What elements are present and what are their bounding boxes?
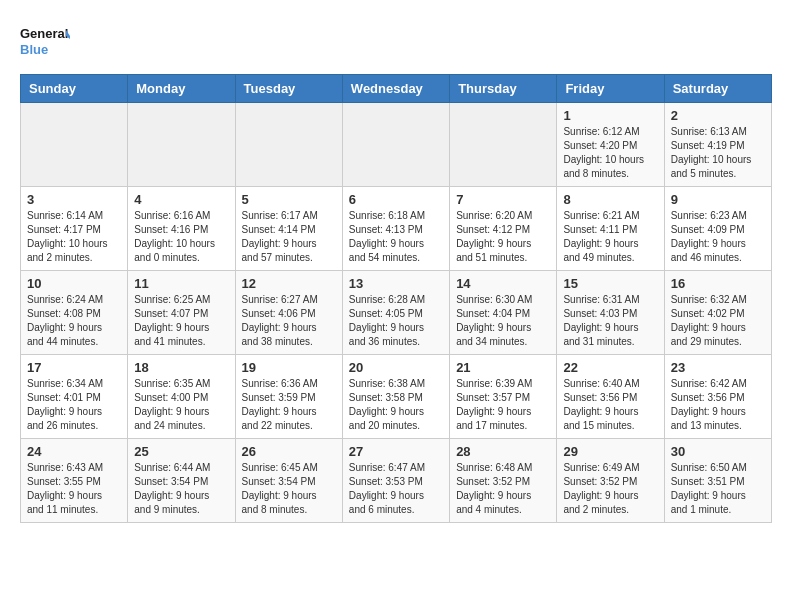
empty-cell	[128, 103, 235, 187]
day-info: Sunrise: 6:25 AMSunset: 4:07 PMDaylight:…	[134, 293, 228, 349]
day-info: Sunrise: 6:14 AMSunset: 4:17 PMDaylight:…	[27, 209, 121, 265]
day-number: 2	[671, 108, 765, 123]
day-cell-25: 25Sunrise: 6:44 AMSunset: 3:54 PMDayligh…	[128, 439, 235, 523]
weekday-header-tuesday: Tuesday	[235, 75, 342, 103]
day-cell-24: 24Sunrise: 6:43 AMSunset: 3:55 PMDayligh…	[21, 439, 128, 523]
empty-cell	[21, 103, 128, 187]
day-number: 10	[27, 276, 121, 291]
day-cell-17: 17Sunrise: 6:34 AMSunset: 4:01 PMDayligh…	[21, 355, 128, 439]
day-cell-19: 19Sunrise: 6:36 AMSunset: 3:59 PMDayligh…	[235, 355, 342, 439]
page-header: General Blue	[20, 20, 772, 64]
day-cell-3: 3Sunrise: 6:14 AMSunset: 4:17 PMDaylight…	[21, 187, 128, 271]
day-cell-27: 27Sunrise: 6:47 AMSunset: 3:53 PMDayligh…	[342, 439, 449, 523]
week-row-4: 17Sunrise: 6:34 AMSunset: 4:01 PMDayligh…	[21, 355, 772, 439]
day-number: 14	[456, 276, 550, 291]
day-cell-14: 14Sunrise: 6:30 AMSunset: 4:04 PMDayligh…	[450, 271, 557, 355]
day-cell-11: 11Sunrise: 6:25 AMSunset: 4:07 PMDayligh…	[128, 271, 235, 355]
weekday-header-wednesday: Wednesday	[342, 75, 449, 103]
day-number: 30	[671, 444, 765, 459]
day-cell-10: 10Sunrise: 6:24 AMSunset: 4:08 PMDayligh…	[21, 271, 128, 355]
day-info: Sunrise: 6:44 AMSunset: 3:54 PMDaylight:…	[134, 461, 228, 517]
day-cell-23: 23Sunrise: 6:42 AMSunset: 3:56 PMDayligh…	[664, 355, 771, 439]
day-number: 16	[671, 276, 765, 291]
day-cell-12: 12Sunrise: 6:27 AMSunset: 4:06 PMDayligh…	[235, 271, 342, 355]
day-number: 5	[242, 192, 336, 207]
day-info: Sunrise: 6:13 AMSunset: 4:19 PMDaylight:…	[671, 125, 765, 181]
weekday-header-friday: Friday	[557, 75, 664, 103]
day-number: 19	[242, 360, 336, 375]
day-info: Sunrise: 6:36 AMSunset: 3:59 PMDaylight:…	[242, 377, 336, 433]
logo-icon: General Blue	[20, 20, 70, 64]
weekday-header-monday: Monday	[128, 75, 235, 103]
day-info: Sunrise: 6:16 AMSunset: 4:16 PMDaylight:…	[134, 209, 228, 265]
weekday-header-sunday: Sunday	[21, 75, 128, 103]
week-row-1: 1Sunrise: 6:12 AMSunset: 4:20 PMDaylight…	[21, 103, 772, 187]
day-number: 12	[242, 276, 336, 291]
day-number: 28	[456, 444, 550, 459]
day-info: Sunrise: 6:27 AMSunset: 4:06 PMDaylight:…	[242, 293, 336, 349]
day-number: 29	[563, 444, 657, 459]
day-number: 1	[563, 108, 657, 123]
day-cell-6: 6Sunrise: 6:18 AMSunset: 4:13 PMDaylight…	[342, 187, 449, 271]
calendar-table: SundayMondayTuesdayWednesdayThursdayFrid…	[20, 74, 772, 523]
day-number: 17	[27, 360, 121, 375]
day-number: 4	[134, 192, 228, 207]
day-cell-26: 26Sunrise: 6:45 AMSunset: 3:54 PMDayligh…	[235, 439, 342, 523]
day-info: Sunrise: 6:30 AMSunset: 4:04 PMDaylight:…	[456, 293, 550, 349]
day-number: 9	[671, 192, 765, 207]
day-info: Sunrise: 6:20 AMSunset: 4:12 PMDaylight:…	[456, 209, 550, 265]
day-cell-1: 1Sunrise: 6:12 AMSunset: 4:20 PMDaylight…	[557, 103, 664, 187]
day-cell-22: 22Sunrise: 6:40 AMSunset: 3:56 PMDayligh…	[557, 355, 664, 439]
empty-cell	[450, 103, 557, 187]
day-number: 25	[134, 444, 228, 459]
empty-cell	[235, 103, 342, 187]
day-cell-15: 15Sunrise: 6:31 AMSunset: 4:03 PMDayligh…	[557, 271, 664, 355]
day-number: 21	[456, 360, 550, 375]
day-number: 27	[349, 444, 443, 459]
day-cell-28: 28Sunrise: 6:48 AMSunset: 3:52 PMDayligh…	[450, 439, 557, 523]
svg-text:General: General	[20, 26, 68, 41]
day-cell-4: 4Sunrise: 6:16 AMSunset: 4:16 PMDaylight…	[128, 187, 235, 271]
svg-text:Blue: Blue	[20, 42, 48, 57]
day-cell-18: 18Sunrise: 6:35 AMSunset: 4:00 PMDayligh…	[128, 355, 235, 439]
day-info: Sunrise: 6:18 AMSunset: 4:13 PMDaylight:…	[349, 209, 443, 265]
day-info: Sunrise: 6:48 AMSunset: 3:52 PMDaylight:…	[456, 461, 550, 517]
day-info: Sunrise: 6:49 AMSunset: 3:52 PMDaylight:…	[563, 461, 657, 517]
day-cell-7: 7Sunrise: 6:20 AMSunset: 4:12 PMDaylight…	[450, 187, 557, 271]
day-info: Sunrise: 6:32 AMSunset: 4:02 PMDaylight:…	[671, 293, 765, 349]
day-cell-16: 16Sunrise: 6:32 AMSunset: 4:02 PMDayligh…	[664, 271, 771, 355]
day-number: 11	[134, 276, 228, 291]
day-cell-13: 13Sunrise: 6:28 AMSunset: 4:05 PMDayligh…	[342, 271, 449, 355]
weekday-header-saturday: Saturday	[664, 75, 771, 103]
week-row-3: 10Sunrise: 6:24 AMSunset: 4:08 PMDayligh…	[21, 271, 772, 355]
day-info: Sunrise: 6:38 AMSunset: 3:58 PMDaylight:…	[349, 377, 443, 433]
day-info: Sunrise: 6:24 AMSunset: 4:08 PMDaylight:…	[27, 293, 121, 349]
logo: General Blue	[20, 20, 70, 64]
day-cell-20: 20Sunrise: 6:38 AMSunset: 3:58 PMDayligh…	[342, 355, 449, 439]
day-info: Sunrise: 6:40 AMSunset: 3:56 PMDaylight:…	[563, 377, 657, 433]
day-info: Sunrise: 6:31 AMSunset: 4:03 PMDaylight:…	[563, 293, 657, 349]
day-info: Sunrise: 6:35 AMSunset: 4:00 PMDaylight:…	[134, 377, 228, 433]
weekday-header-thursday: Thursday	[450, 75, 557, 103]
weekday-header-row: SundayMondayTuesdayWednesdayThursdayFrid…	[21, 75, 772, 103]
day-cell-29: 29Sunrise: 6:49 AMSunset: 3:52 PMDayligh…	[557, 439, 664, 523]
day-number: 20	[349, 360, 443, 375]
day-cell-8: 8Sunrise: 6:21 AMSunset: 4:11 PMDaylight…	[557, 187, 664, 271]
day-info: Sunrise: 6:50 AMSunset: 3:51 PMDaylight:…	[671, 461, 765, 517]
day-number: 6	[349, 192, 443, 207]
day-number: 8	[563, 192, 657, 207]
day-info: Sunrise: 6:34 AMSunset: 4:01 PMDaylight:…	[27, 377, 121, 433]
day-info: Sunrise: 6:23 AMSunset: 4:09 PMDaylight:…	[671, 209, 765, 265]
day-number: 22	[563, 360, 657, 375]
week-row-5: 24Sunrise: 6:43 AMSunset: 3:55 PMDayligh…	[21, 439, 772, 523]
week-row-2: 3Sunrise: 6:14 AMSunset: 4:17 PMDaylight…	[21, 187, 772, 271]
day-info: Sunrise: 6:42 AMSunset: 3:56 PMDaylight:…	[671, 377, 765, 433]
day-info: Sunrise: 6:28 AMSunset: 4:05 PMDaylight:…	[349, 293, 443, 349]
day-cell-30: 30Sunrise: 6:50 AMSunset: 3:51 PMDayligh…	[664, 439, 771, 523]
day-cell-2: 2Sunrise: 6:13 AMSunset: 4:19 PMDaylight…	[664, 103, 771, 187]
day-number: 15	[563, 276, 657, 291]
day-cell-9: 9Sunrise: 6:23 AMSunset: 4:09 PMDaylight…	[664, 187, 771, 271]
day-cell-5: 5Sunrise: 6:17 AMSunset: 4:14 PMDaylight…	[235, 187, 342, 271]
day-number: 18	[134, 360, 228, 375]
day-number: 3	[27, 192, 121, 207]
